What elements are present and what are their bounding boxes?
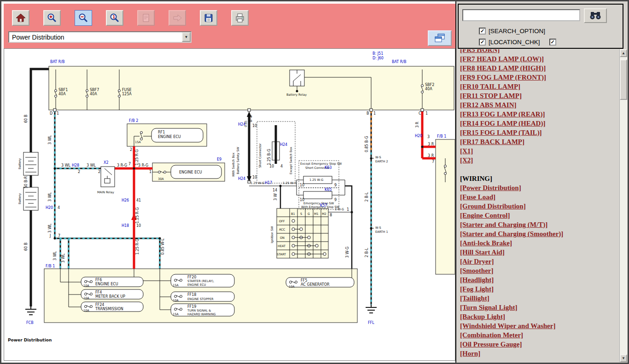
sidebar-link[interactable]: [Hill Start Aid] xyxy=(460,248,618,257)
zoom-out-button[interactable] xyxy=(75,10,92,26)
diagram-label: 10 xyxy=(269,164,274,168)
sidebar-link[interactable]: [Fuse Load] xyxy=(460,192,618,202)
zoom-in-button[interactable] xyxy=(43,10,61,26)
sidebar-link[interactable]: [FR15 FOG LAMP (TAIL)] xyxy=(460,128,618,137)
diagram-label: B: J51 xyxy=(373,52,383,56)
sidebar-link[interactable]: [FR11 STOP LAMP] xyxy=(460,91,618,100)
diagram-label: F/B 2 xyxy=(129,119,138,123)
diagram-label: Except Switch Box xyxy=(289,147,293,174)
diagram-label: 3 WL xyxy=(61,163,71,168)
sidebar-link[interactable]: [Combination Meter] xyxy=(460,330,618,340)
sidebar-link[interactable]: [FR13 FOG LAMP (REAR)] xyxy=(460,110,618,119)
diagram-label: 10A xyxy=(83,309,89,312)
diagram-label: EARTH 2 xyxy=(375,160,388,163)
diagram-label: G xyxy=(308,212,310,216)
sidebar-link[interactable]: [Fog Light] xyxy=(460,284,618,294)
diagram-label: EARTH 1 xyxy=(375,230,388,234)
sidebar-link[interactable]: [Smoother] xyxy=(460,266,618,275)
sidebar-link[interactable]: [X1] xyxy=(460,146,618,156)
location-chk-extra-checkbox[interactable]: ✓ xyxy=(549,39,556,46)
sidebar-link[interactable]: [FR14 FOG LAMP (HEAD)] xyxy=(460,119,618,128)
sidebar-spacer xyxy=(460,165,618,174)
sidebar-link[interactable]: [Backup Light] xyxy=(460,312,618,321)
diagram-label: K65 xyxy=(325,188,332,192)
diagram-label: 15A xyxy=(173,283,179,287)
search-button[interactable] xyxy=(584,8,607,23)
diagram-label: 2 B-L xyxy=(365,248,369,257)
scroll-up-button[interactable]: ▲ xyxy=(620,49,627,57)
zoom-in-icon xyxy=(47,12,58,23)
sidebar-link[interactable]: [Oil Pressure Gauge] xyxy=(460,340,618,349)
sidebar-link[interactable]: [Power Distribution] xyxy=(460,183,618,192)
diagram-label: 3 W-G xyxy=(335,208,344,211)
sidebar-link[interactable]: [FR7 HEAD LAMP (LOW)] xyxy=(460,54,618,64)
sidebar-scrollbar[interactable]: ▲ ▼ xyxy=(619,49,627,362)
diagram-label: Battery xyxy=(18,158,22,169)
zoom-original-button[interactable]: 1 xyxy=(106,10,123,26)
sidebar-link[interactable]: [Turn Signal Light] xyxy=(460,303,618,312)
diagram-label: BAT R/B xyxy=(50,60,65,64)
diagram-label: H20 xyxy=(46,206,53,210)
diagram-label: 40A xyxy=(58,92,66,96)
diagram-label: 1.25 R-G xyxy=(135,239,140,255)
sidebar-link[interactable]: [FR10 TAIL LAMP] xyxy=(460,82,618,91)
page-preview-button[interactable] xyxy=(137,10,155,26)
diagram-label: 4 xyxy=(280,164,283,168)
diagram-label: D: J60 xyxy=(373,56,384,60)
diagram-label: 2 B-L xyxy=(365,192,369,202)
diagram-label: FF24 xyxy=(95,303,104,307)
zoom-original-icon: 1 xyxy=(109,12,120,23)
sidebar-link[interactable]: [FR5 HORN] xyxy=(460,49,618,54)
sidebar-link[interactable]: [X2] xyxy=(460,156,618,165)
diagram-label: 10 xyxy=(252,175,257,179)
diagram-label: E9 xyxy=(217,157,221,162)
diagram-label: 14 xyxy=(273,188,277,192)
sidebar-link[interactable]: [Ground Distribution] xyxy=(460,202,618,211)
search-input[interactable] xyxy=(462,9,580,21)
diagram-label: 3 WL xyxy=(48,223,52,233)
save-button[interactable] xyxy=(200,10,217,26)
diagram-label: H24 xyxy=(238,122,245,127)
diagram-label: 3 R-G xyxy=(117,163,127,168)
diagram-label: H18 xyxy=(122,224,129,228)
new-window-button[interactable] xyxy=(428,30,452,46)
diagram-label: HAZARD WARNING xyxy=(187,312,216,316)
diagram-label: K57 xyxy=(320,203,327,208)
diagram-canvas[interactable]: BAT R/BB: J51D: J60BAT R/BSBF140ASBF740A… xyxy=(4,48,455,361)
sidebar-link[interactable]: [Horn] xyxy=(460,349,618,358)
print-button[interactable] xyxy=(231,10,249,26)
diagram-label: ENGINE ECU xyxy=(187,283,206,287)
search-option-checkbox[interactable]: ✓ xyxy=(479,28,486,35)
sidebar-link[interactable]: [FR9 FOG LAMP (FRONT)] xyxy=(460,73,618,82)
sidebar-link[interactable]: [Headlight] xyxy=(460,275,618,284)
sidebar-link[interactable]: [Starter and Charging (Smoother)] xyxy=(460,229,618,238)
diagram-label: SBF2 xyxy=(425,83,434,87)
scroll-down-button[interactable]: ▼ xyxy=(620,354,627,362)
sidebar-link[interactable]: [FR17 BACK LAMP] xyxy=(460,137,618,146)
diagram-label: 30A xyxy=(158,177,164,181)
sidebar-link[interactable]: [Taillight] xyxy=(460,294,618,303)
diagram-label: 15A xyxy=(135,140,141,144)
diagram-label: H24 xyxy=(280,143,287,147)
sidebar-link[interactable]: [FR12 ABS MAIN] xyxy=(460,100,618,110)
diagram-label: 3 W-G xyxy=(345,247,349,258)
location-chk-checkbox[interactable]: ✓ xyxy=(479,39,486,46)
scrollbar-thumb[interactable] xyxy=(620,59,627,100)
sidebar-link[interactable]: [Engine Control] xyxy=(460,211,618,220)
home-button[interactable] xyxy=(12,10,29,26)
sidebar-link[interactable]: [Anti-lock Brake] xyxy=(460,238,618,248)
diagram-label: 2 xyxy=(130,148,132,152)
diagram-label: 3 WL xyxy=(61,253,65,263)
diagram-label: H17 xyxy=(265,181,272,185)
diagram-label: M2 xyxy=(322,212,326,216)
sidebar-link[interactable]: [Windshield Wiper and Washer] xyxy=(460,321,618,330)
window-copy-icon xyxy=(434,33,446,43)
forward-button[interactable] xyxy=(169,10,186,26)
diagram-label: 3 R xyxy=(415,121,419,128)
combo-dropdown-button[interactable]: ▼ xyxy=(182,32,191,42)
diagram-label: 7 xyxy=(58,234,60,238)
sidebar-link[interactable]: [FR8 HEAD LAMP (HIGH)] xyxy=(460,64,618,73)
diagram-select[interactable]: Power Distribution ▼ xyxy=(8,31,192,43)
sidebar-link[interactable]: [Air Dryer] xyxy=(460,257,618,266)
sidebar-link[interactable]: [Starter and Charging (M/T)] xyxy=(460,220,618,229)
